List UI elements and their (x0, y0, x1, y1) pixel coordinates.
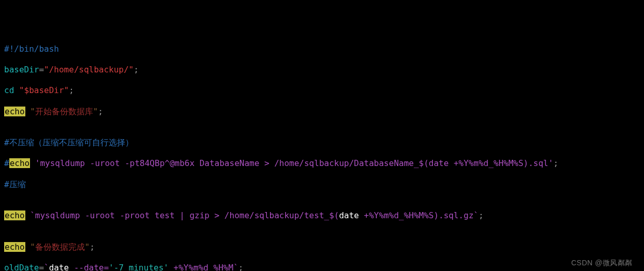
semicolon: ; (98, 107, 103, 116)
date-format: +%Y%m%d_%H%M%S (359, 210, 434, 220)
var-name: baseDir (4, 65, 39, 74)
code-line: echo "备份数据完成"; (4, 242, 640, 252)
quote: " (93, 107, 98, 116)
string: 开始备份数据库 (35, 107, 93, 116)
quote: " (30, 242, 35, 252)
var-name: oldDate (4, 263, 39, 271)
semicolon: ; (238, 263, 244, 271)
comment: #不压缩（压缩不压缩可自行选择） (4, 138, 133, 147)
option: --date= (69, 263, 109, 271)
shebang: #!/bin/bash (4, 44, 59, 54)
hash: # (4, 158, 9, 168)
code-line: echo `mysqldump -uroot -proot test | gzi… (4, 210, 640, 221)
quote: " (85, 242, 90, 252)
semicolon: ; (478, 210, 484, 220)
string: "/home/sqlbackup/" (44, 65, 133, 74)
backtick: ` (474, 210, 479, 220)
command-date: date (49, 263, 69, 271)
semicolon: ; (69, 85, 74, 95)
space (25, 210, 31, 220)
comment: #压缩 (4, 179, 26, 189)
code-line: #!/bin/bash (4, 44, 640, 54)
semicolon: ; (89, 242, 95, 252)
quote: " (30, 107, 35, 116)
string: 备份数据完成 (35, 242, 85, 252)
watermark: CSDN @微风粼粼 (571, 259, 633, 268)
code-line: oldDate=`date --date='-7 minutes' +%Y%m%… (4, 263, 640, 271)
command: mysqldump -uroot -proot test | gzip > /h… (35, 210, 339, 220)
code-line: #不压缩（压缩不压缩可自行选择） (4, 138, 640, 148)
backtick: ` (30, 210, 35, 220)
command-tail: ).sql.gz (433, 210, 473, 220)
builtin-echo: echo (4, 107, 25, 116)
operator: = (39, 65, 44, 74)
string: '-7 minutes' (109, 263, 169, 271)
space (30, 158, 35, 168)
command-date: date (339, 210, 359, 220)
builtin-cd: cd (4, 85, 19, 95)
backtick: ` (233, 263, 238, 271)
backtick: ` (44, 263, 49, 271)
string: "$baseDir" (19, 85, 69, 95)
date-format: +%Y%m%d_%H%M (169, 263, 233, 271)
builtin-echo: echo (4, 210, 25, 220)
operator: = (39, 263, 44, 271)
builtin-echo: echo (9, 158, 31, 168)
code-line: cd "$baseDir"; (4, 85, 640, 96)
string: 'mysqldump -uroot -pt84QBp^@mb6x Databas… (35, 158, 553, 168)
code-line: baseDir="/home/sqlbackup/"; (4, 65, 640, 75)
semicolon: ; (133, 65, 139, 74)
space (25, 242, 31, 252)
space (25, 107, 31, 116)
code-line: #压缩 (4, 179, 640, 190)
semicolon: ; (553, 158, 559, 168)
builtin-echo: echo (4, 242, 25, 252)
code-line: echo "开始备份数据库"; (4, 107, 640, 117)
code-line: #echo 'mysqldump -uroot -pt84QBp^@mb6x D… (4, 158, 640, 169)
